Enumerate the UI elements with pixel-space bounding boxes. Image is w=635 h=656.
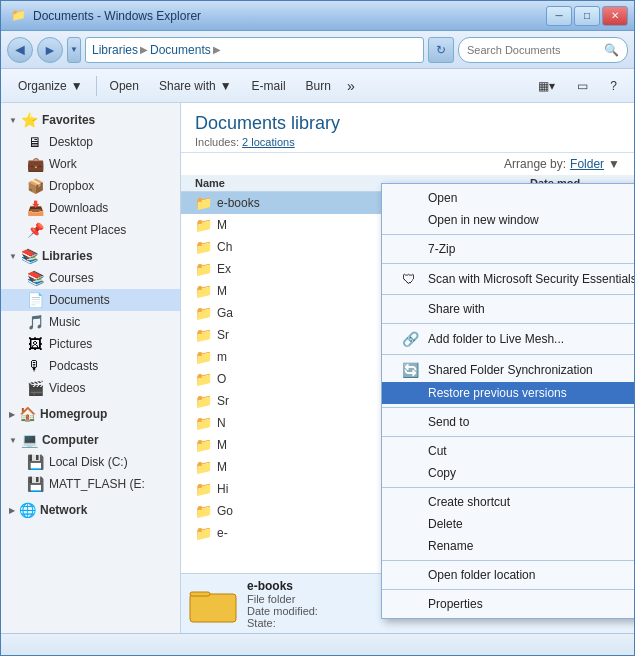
search-input[interactable] — [467, 44, 600, 56]
sidebar: ▼ ⭐ Favorites 🖥 Desktop 💼 Work 📦 Dropbox — [1, 103, 181, 633]
sidebar-recent-label: Recent Places — [49, 223, 126, 237]
title-bar-left: 📁 Documents - Windows Explorer — [11, 8, 201, 24]
more-button[interactable]: » — [342, 73, 360, 99]
network-label: Network — [40, 503, 87, 517]
help-button[interactable]: ? — [601, 73, 626, 99]
sidebar-item-podcasts[interactable]: 🎙 Podcasts — [1, 355, 180, 377]
sidebar-work-label: Work — [49, 157, 77, 171]
ctx-label: Open folder location — [428, 568, 535, 582]
ctx-item-scan[interactable]: 🛡 Scan with Microsoft Security Essential… — [382, 267, 634, 291]
sidebar-item-courses[interactable]: 📚 Courses — [1, 267, 180, 289]
sidebar-item-recent-places[interactable]: 📌 Recent Places — [1, 219, 180, 241]
folder-icon: 📁 — [195, 305, 211, 321]
sidebar-group-favorites[interactable]: ▼ ⭐ Favorites — [1, 109, 180, 131]
ctx-item-left: Create shortcut — [402, 495, 510, 509]
folder-icon: 📁 — [195, 217, 211, 233]
share-with-label: Share with — [159, 79, 216, 93]
back-button[interactable]: ◄ — [7, 37, 33, 63]
locations-link[interactable]: 2 locations — [242, 136, 295, 148]
sidebar-item-downloads[interactable]: 📥 Downloads — [1, 197, 180, 219]
content-header: Documents library Includes: 2 locations — [181, 103, 634, 153]
ctx-item-left: Open in new window — [402, 213, 539, 227]
ctx-item-restore[interactable]: Restore previous versions — [382, 382, 634, 404]
sidebar-group-network[interactable]: ▶ 🌐 Network — [1, 499, 180, 521]
ctx-item-add-live-mesh[interactable]: 🔗 Add folder to Live Mesh... — [382, 327, 634, 351]
forward-button[interactable]: ► — [37, 37, 63, 63]
file-name-text: e-books — [217, 196, 260, 210]
address-bar[interactable]: Libraries ▶ Documents ▶ — [85, 37, 424, 63]
ctx-item-copy[interactable]: Copy — [382, 462, 634, 484]
address-part-documents[interactable]: Documents — [150, 43, 211, 57]
folder-icon: 📁 — [195, 503, 211, 519]
music-icon: 🎵 — [27, 314, 43, 330]
ctx-item-left: 🔗 Add folder to Live Mesh... — [402, 331, 564, 347]
ctx-item-7zip[interactable]: 7-Zip ▶ — [382, 238, 634, 260]
file-name-text: e- — [217, 526, 228, 540]
sidebar-item-matt-flash[interactable]: 💾 MATT_FLASH (E: — [1, 473, 180, 495]
svg-rect-0 — [190, 594, 236, 622]
views-button[interactable]: ▦▾ — [529, 73, 564, 99]
ctx-item-create-shortcut[interactable]: Create shortcut — [382, 491, 634, 513]
sidebar-pictures-label: Pictures — [49, 337, 92, 351]
folder-icon: 📁 — [195, 525, 211, 541]
ctx-label: Properties — [428, 597, 483, 611]
ctx-label: Cut — [428, 444, 447, 458]
sidebar-item-videos[interactable]: 🎬 Videos — [1, 377, 180, 399]
ctx-item-delete[interactable]: Delete — [382, 513, 634, 535]
ctx-item-shared-folder-sync[interactable]: 🔄 Shared Folder Synchronization ▶ — [382, 358, 634, 382]
sidebar-group-homegroup[interactable]: ▶ 🏠 Homegroup — [1, 403, 180, 425]
title-buttons: ─ □ ✕ — [546, 6, 628, 26]
sidebar-group-computer[interactable]: ▼ 💻 Computer — [1, 429, 180, 451]
organize-button[interactable]: Organize ▼ — [9, 73, 92, 99]
ctx-item-share-with[interactable]: Share with ▶ — [382, 298, 634, 320]
nav-dropdown-button[interactable]: ▼ — [67, 37, 81, 63]
bottom-date-label: Date modified: — [247, 605, 318, 617]
preview-button[interactable]: ▭ — [568, 73, 597, 99]
ctx-item-open-new-window[interactable]: Open in new window — [382, 209, 634, 231]
address-part-libraries[interactable]: Libraries — [92, 43, 138, 57]
sidebar-item-documents[interactable]: 📄 Documents — [1, 289, 180, 311]
ctx-item-rename[interactable]: Rename — [382, 535, 634, 557]
open-button[interactable]: Open — [101, 73, 148, 99]
bottom-type: File folder — [247, 593, 318, 605]
email-button[interactable]: E-mail — [243, 73, 295, 99]
sidebar-item-work[interactable]: 💼 Work — [1, 153, 180, 175]
file-name-text: m — [217, 350, 227, 364]
dropbox-icon: 📦 — [27, 178, 43, 194]
sidebar-group-libraries[interactable]: ▼ 📚 Libraries — [1, 245, 180, 267]
ctx-item-open[interactable]: Open — [382, 187, 634, 209]
main-window: 📁 Documents - Windows Explorer ─ □ ✕ ◄ ►… — [0, 0, 635, 656]
folder-icon: 📁 — [195, 437, 211, 453]
arrange-value[interactable]: Folder — [570, 157, 604, 171]
ctx-separator — [382, 436, 634, 437]
videos-icon: 🎬 — [27, 380, 43, 396]
sidebar-item-pictures[interactable]: 🖼 Pictures — [1, 333, 180, 355]
sidebar-item-desktop[interactable]: 🖥 Desktop — [1, 131, 180, 153]
search-box[interactable]: 🔍 — [458, 37, 628, 63]
sidebar-item-local-disk[interactable]: 💾 Local Disk (C:) — [1, 451, 180, 473]
libraries-icon: 📚 — [21, 248, 38, 264]
computer-label: Computer — [42, 433, 99, 447]
sidebar-videos-label: Videos — [49, 381, 85, 395]
file-name-text: Go — [217, 504, 233, 518]
computer-triangle-icon: ▼ — [9, 436, 17, 445]
minimize-button[interactable]: ─ — [546, 6, 572, 26]
ctx-item-send-to[interactable]: Send to ▶ — [382, 411, 634, 433]
ctx-separator — [382, 294, 634, 295]
homegroup-label: Homegroup — [40, 407, 107, 421]
close-button[interactable]: ✕ — [602, 6, 628, 26]
burn-button[interactable]: Burn — [297, 73, 340, 99]
share-with-button[interactable]: Share with ▼ — [150, 73, 241, 99]
sidebar-item-music[interactable]: 🎵 Music — [1, 311, 180, 333]
maximize-button[interactable]: □ — [574, 6, 600, 26]
file-name-text: Ex — [217, 262, 231, 276]
ctx-item-left: Open — [402, 191, 457, 205]
ctx-icon: 🔄 — [402, 362, 422, 378]
ctx-label: Create shortcut — [428, 495, 510, 509]
computer-icon: 💻 — [21, 432, 38, 448]
ctx-item-cut[interactable]: Cut — [382, 440, 634, 462]
refresh-button[interactable]: ↻ — [428, 37, 454, 63]
ctx-item-properties[interactable]: Properties — [382, 593, 634, 615]
ctx-item-open-folder-location[interactable]: Open folder location — [382, 564, 634, 586]
sidebar-item-dropbox[interactable]: 📦 Dropbox — [1, 175, 180, 197]
